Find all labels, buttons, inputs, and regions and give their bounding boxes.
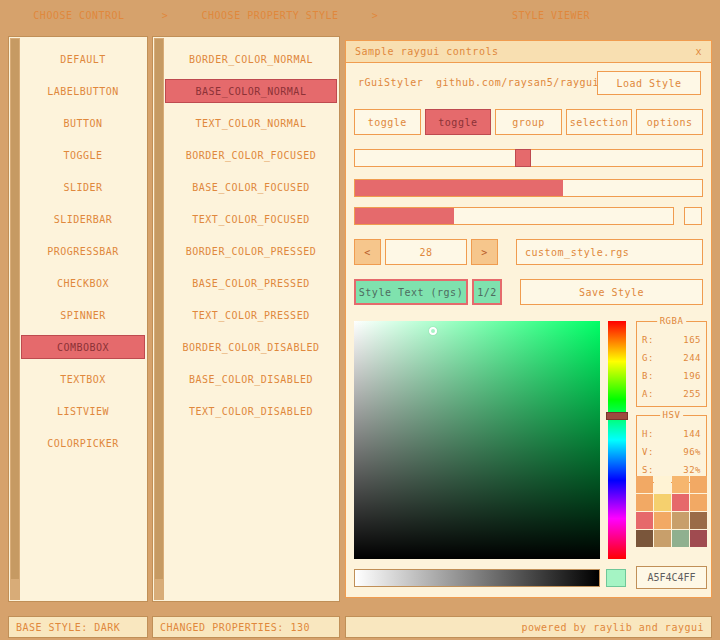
controls-list-panel: DEFAULTLABELBUTTONBUTTONTOGGLESLIDERSLID… [8, 36, 148, 602]
properties-list-panel: BORDER_COLOR_NORMALBASE_COLOR_NORMALTEXT… [152, 36, 340, 602]
slider[interactable] [354, 149, 703, 167]
property-item-base_color_pressed[interactable]: BASE_COLOR_PRESSED [165, 271, 337, 295]
properties-scrollbar[interactable] [154, 38, 164, 600]
style-palette-grid [636, 476, 707, 547]
hex-color-textbox[interactable]: A5F4C4FF [636, 566, 707, 589]
repo-link[interactable]: github.com/raysan5/raygui [436, 77, 599, 88]
control-item-checkbox[interactable]: CHECKBOX [21, 271, 145, 295]
slider-bar-fill [355, 180, 563, 196]
property-item-border_color_pressed[interactable]: BORDER_COLOR_PRESSED [165, 239, 337, 263]
style-viewer-window: Sample raygui controls x rGuiStyler gith… [345, 40, 712, 598]
breadcrumb: CHOOSE CONTROL > CHOOSE PROPERTY STYLE >… [0, 0, 720, 30]
toggle-button-toggle[interactable]: toggle [354, 109, 421, 135]
spinner-decrement-button[interactable]: < [354, 239, 381, 265]
property-item-base_color_normal[interactable]: BASE_COLOR_NORMAL [165, 79, 337, 103]
property-item-text_color_focused[interactable]: TEXT_COLOR_FOCUSED [165, 207, 337, 231]
control-item-sliderbar[interactable]: SLIDERBAR [21, 207, 145, 231]
controls-list: DEFAULTLABELBUTTONBUTTONTOGGLESLIDERSLID… [21, 47, 145, 463]
palette-swatch[interactable] [690, 530, 707, 547]
brand-label: rGuiStyler [358, 77, 423, 88]
style-text-button[interactable]: Style Text (rgs) [354, 279, 468, 305]
rgba-values: R:165G:244B:196A:255 [637, 322, 706, 403]
controls-scrollbar[interactable] [10, 38, 20, 600]
control-item-default[interactable]: DEFAULT [21, 47, 145, 71]
rgba-panel: RGBA R:165G:244B:196A:255 [636, 321, 707, 407]
palette-swatch[interactable] [672, 512, 689, 529]
property-item-border_color_disabled[interactable]: BORDER_COLOR_DISABLED [165, 335, 337, 359]
control-item-combobox[interactable]: COMBOBOX [21, 335, 145, 359]
palette-swatch[interactable] [636, 476, 653, 493]
palette-swatch[interactable] [654, 512, 671, 529]
palette-swatch[interactable] [636, 530, 653, 547]
status-powered-by: powered by raylib and raygui [345, 616, 712, 638]
alpha-bar[interactable] [354, 569, 600, 587]
breadcrumb-choose-property-style: CHOOSE PROPERTY STYLE [172, 10, 368, 21]
toggle-button-options[interactable]: options [636, 109, 703, 135]
palette-swatch[interactable] [654, 494, 671, 511]
rgba-panel-title: RGBA [657, 316, 687, 326]
color-saturation-value-picker[interactable] [354, 321, 600, 559]
property-item-text_color_normal[interactable]: TEXT_COLOR_NORMAL [165, 111, 337, 135]
palette-swatch[interactable] [654, 530, 671, 547]
property-item-border_color_normal[interactable]: BORDER_COLOR_NORMAL [165, 47, 337, 71]
hue-bar[interactable] [608, 321, 626, 559]
save-style-button[interactable]: Save Style [520, 279, 703, 305]
toggle-button-selection[interactable]: selection [566, 109, 633, 135]
slider-bar[interactable] [354, 179, 703, 197]
control-item-spinner[interactable]: SPINNER [21, 303, 145, 327]
property-item-border_color_focused[interactable]: BORDER_COLOR_FOCUSED [165, 143, 337, 167]
value-row: B:196 [637, 367, 706, 385]
palette-swatch[interactable] [672, 476, 689, 493]
control-item-labelbutton[interactable]: LABELBUTTON [21, 79, 145, 103]
load-style-button[interactable]: Load Style [597, 71, 701, 95]
slider-handle[interactable] [515, 149, 531, 167]
breadcrumb-choose-control: CHOOSE CONTROL [0, 10, 158, 21]
palette-swatch[interactable] [636, 494, 653, 511]
value-row: A:255 [637, 385, 706, 403]
palette-swatch[interactable] [690, 512, 707, 529]
hue-handle[interactable] [606, 412, 628, 420]
status-base-style: BASE STYLE: DARK [8, 616, 148, 638]
window-titlebar[interactable]: Sample raygui controls x [346, 41, 711, 63]
palette-swatch[interactable] [690, 494, 707, 511]
filename-textbox[interactable]: custom_style.rgs [516, 239, 703, 265]
toggle-button-toggle[interactable]: toggle [425, 109, 492, 135]
scrollbar-thumb[interactable] [11, 39, 19, 579]
palette-swatch[interactable] [654, 476, 671, 493]
window-body: rGuiStyler github.com/raysan5/raygui Loa… [346, 63, 711, 597]
palette-swatch[interactable] [690, 476, 707, 493]
property-item-base_color_disabled[interactable]: BASE_COLOR_DISABLED [165, 367, 337, 391]
status-changed-properties: CHANGED PROPERTIES: 130 [152, 616, 340, 638]
palette-swatch[interactable] [672, 494, 689, 511]
value-row: G:244 [637, 349, 706, 367]
rguistyler-app: CHOOSE CONTROL > CHOOSE PROPERTY STYLE >… [0, 0, 720, 640]
control-item-progressbar[interactable]: PROGRESSBAR [21, 239, 145, 263]
scrollbar-thumb[interactable] [155, 39, 163, 579]
spinner-value[interactable]: 28 [385, 239, 467, 265]
control-item-toggle[interactable]: TOGGLE [21, 143, 145, 167]
close-icon[interactable]: x [695, 46, 702, 57]
property-item-base_color_focused[interactable]: BASE_COLOR_FOCUSED [165, 175, 337, 199]
chevron-right-icon: > [368, 10, 382, 21]
property-item-text_color_disabled[interactable]: TEXT_COLOR_DISABLED [165, 399, 337, 423]
control-item-button[interactable]: BUTTON [21, 111, 145, 135]
breadcrumb-style-viewer: STYLE VIEWER [382, 10, 720, 21]
control-item-textbox[interactable]: TEXTBOX [21, 367, 145, 391]
palette-swatch[interactable] [636, 512, 653, 529]
control-item-colorpicker[interactable]: COLORPICKER [21, 431, 145, 455]
color-picker-cursor[interactable] [429, 327, 437, 335]
current-color-preview [606, 569, 626, 587]
chevron-right-icon: > [158, 10, 172, 21]
hsv-values: H:144V:96%S:32% [637, 416, 706, 479]
spinner-increment-button[interactable]: > [471, 239, 498, 265]
page-toggle-button[interactable]: 1/2 [472, 279, 502, 305]
hsv-panel: HSV H:144V:96%S:32% [636, 415, 707, 483]
control-item-slider[interactable]: SLIDER [21, 175, 145, 199]
palette-swatch[interactable] [672, 530, 689, 547]
hsv-panel-title: HSV [660, 410, 684, 420]
control-item-listview[interactable]: LISTVIEW [21, 399, 145, 423]
toggle-button-group[interactable]: group [495, 109, 562, 135]
checkbox[interactable] [684, 207, 702, 225]
property-item-text_color_pressed[interactable]: TEXT_COLOR_PRESSED [165, 303, 337, 327]
progress-bar[interactable] [354, 207, 674, 225]
